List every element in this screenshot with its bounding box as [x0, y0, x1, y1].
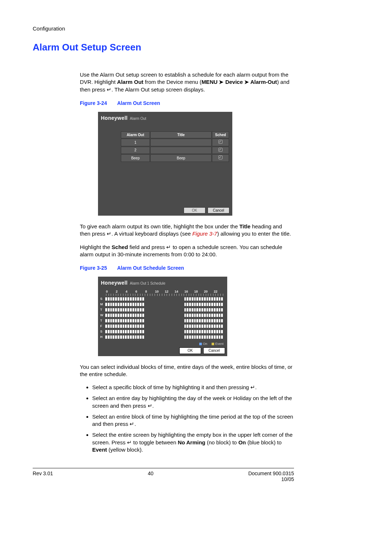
schedule-cell[interactable] [135, 303, 137, 306]
schedule-cell[interactable] [123, 319, 124, 322]
schedule-cell[interactable] [162, 297, 164, 301]
schedule-cell[interactable] [221, 297, 223, 301]
schedule-cell[interactable] [110, 297, 112, 301]
schedule-cell[interactable] [110, 319, 112, 322]
schedule-cell[interactable] [118, 314, 119, 317]
schedule-cell[interactable] [172, 325, 174, 328]
schedule-cell[interactable] [187, 319, 188, 322]
schedule-cell[interactable] [164, 325, 166, 328]
schedule-cell[interactable] [174, 297, 176, 301]
schedule-cell[interactable] [201, 314, 203, 317]
col-sched[interactable]: Sched [212, 131, 229, 139]
schedule-cell[interactable] [118, 325, 119, 328]
schedule-cell[interactable] [216, 335, 218, 339]
schedule-cell[interactable] [118, 297, 119, 301]
schedule-cell[interactable] [194, 297, 196, 301]
schedule-cell[interactable] [123, 308, 124, 311]
schedule-cell[interactable] [164, 303, 166, 306]
schedule-cell[interactable] [174, 308, 176, 311]
schedule-cell[interactable] [130, 330, 132, 333]
schedule-cell[interactable] [125, 314, 127, 317]
schedule-cell[interactable] [172, 314, 174, 317]
schedule-cell[interactable] [132, 297, 134, 301]
schedule-cell[interactable] [118, 319, 119, 322]
schedule-cell[interactable] [140, 308, 142, 311]
schedule-cell[interactable] [130, 308, 132, 311]
schedule-cell[interactable] [179, 308, 181, 311]
schedule-cell[interactable] [113, 330, 114, 333]
schedule-cell[interactable] [194, 335, 196, 339]
schedule-cell[interactable] [179, 319, 181, 322]
schedule-cell[interactable] [187, 330, 188, 333]
schedule-cell[interactable] [221, 308, 223, 311]
schedule-cell[interactable] [108, 330, 110, 333]
schedule-cell[interactable] [110, 314, 112, 317]
schedule-cell[interactable] [182, 335, 184, 339]
schedule-cell[interactable] [204, 319, 206, 322]
schedule-cell[interactable] [125, 308, 127, 311]
schedule-cell[interactable] [105, 325, 107, 328]
schedule-cell[interactable] [201, 330, 203, 333]
schedule-cell[interactable] [152, 314, 154, 317]
schedule-cell[interactable] [189, 319, 191, 322]
schedule-cell[interactable] [147, 335, 149, 339]
schedule-cell[interactable] [140, 314, 142, 317]
schedule-cell[interactable] [221, 335, 223, 339]
schedule-cell[interactable] [105, 308, 107, 311]
schedule-cell[interactable] [115, 319, 117, 322]
schedule-cell[interactable] [219, 297, 221, 301]
schedule-cell[interactable] [155, 297, 156, 301]
schedule-cell[interactable] [150, 335, 151, 339]
schedule-cell[interactable] [207, 325, 208, 328]
schedule-cell[interactable] [118, 330, 119, 333]
schedule-cell[interactable] [157, 335, 159, 339]
schedule-cell[interactable] [162, 325, 164, 328]
day-label[interactable]: H [100, 335, 105, 339]
schedule-cell[interactable] [189, 335, 191, 339]
schedule-cell[interactable] [145, 330, 147, 333]
sched-checkbox[interactable] [212, 139, 229, 146]
schedule-cell[interactable] [105, 330, 107, 333]
schedule-cell[interactable] [199, 330, 201, 333]
schedule-cell[interactable] [187, 335, 188, 339]
schedule-cell[interactable] [118, 335, 119, 339]
schedule-cell[interactable] [142, 335, 144, 339]
schedule-cell[interactable] [147, 325, 149, 328]
schedule-cell[interactable] [130, 335, 132, 339]
schedule-cell[interactable] [209, 314, 211, 317]
schedule-cell[interactable] [140, 297, 142, 301]
schedule-cell[interactable] [147, 303, 149, 306]
schedule-cell[interactable] [211, 314, 213, 317]
schedule-cell[interactable] [142, 325, 144, 328]
schedule-cell[interactable] [152, 319, 154, 322]
schedule-cell[interactable] [209, 325, 211, 328]
schedule-cell[interactable] [184, 308, 186, 311]
schedule-cell[interactable] [174, 325, 176, 328]
schedule-cell[interactable] [120, 308, 122, 311]
schedule-cell[interactable] [135, 297, 137, 301]
schedule-cell[interactable] [127, 319, 129, 322]
schedule-cell[interactable] [177, 303, 179, 306]
schedule-cell[interactable] [179, 330, 181, 333]
schedule-cell[interactable] [216, 319, 218, 322]
schedule-cell[interactable] [201, 325, 203, 328]
schedule-cell[interactable] [152, 297, 154, 301]
schedule-cell[interactable] [123, 330, 124, 333]
schedule-cell[interactable] [160, 325, 162, 328]
schedule-cell[interactable] [160, 297, 162, 301]
schedule-cell[interactable] [214, 335, 216, 339]
schedule-cell[interactable] [214, 314, 216, 317]
schedule-cell[interactable] [105, 335, 107, 339]
schedule-cell[interactable] [221, 314, 223, 317]
schedule-cell[interactable] [189, 308, 191, 311]
schedule-cell[interactable] [132, 314, 134, 317]
day-label[interactable]: T [100, 318, 105, 323]
schedule-cell[interactable] [162, 330, 164, 333]
schedule-cell[interactable] [115, 325, 117, 328]
schedule-cell[interactable] [132, 308, 134, 311]
schedule-cell[interactable] [137, 319, 139, 322]
hour-label[interactable]: 18 [194, 289, 204, 294]
schedule-cell[interactable] [221, 325, 223, 328]
schedule-cell[interactable] [157, 308, 159, 311]
schedule-cell[interactable] [152, 335, 154, 339]
